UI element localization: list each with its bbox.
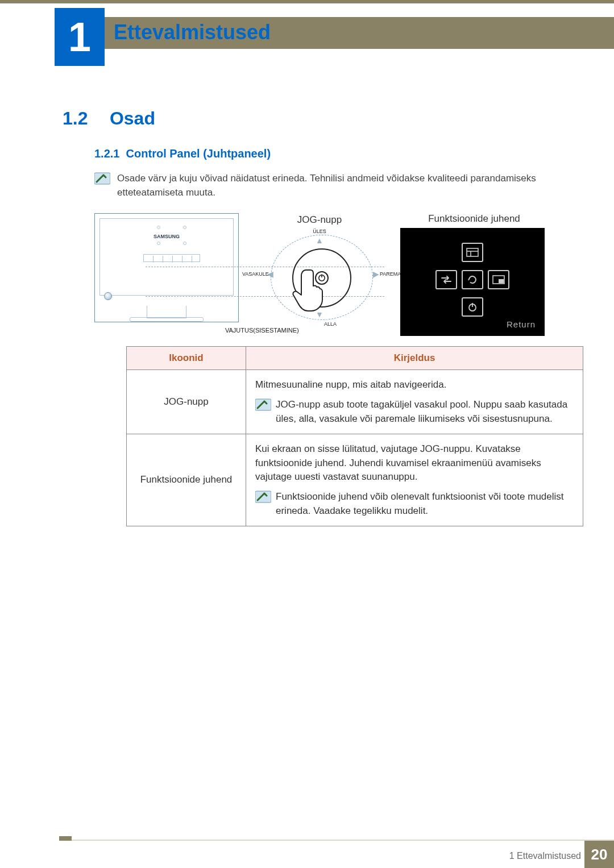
arrow-right-icon: ▶ [373, 269, 379, 279]
osd-refresh-icon [462, 270, 483, 289]
osd-power-icon [462, 297, 483, 317]
note-icon [94, 172, 110, 188]
dir-down-label: ALLA [324, 321, 337, 327]
lead-note: Osade värv ja kuju võivad näidatust erin… [94, 172, 551, 200]
top-accent-bar [0, 0, 614, 3]
subsection-heading: 1.2.1 Control Panel (Juhtpaneel) [94, 147, 551, 160]
jog-label: JOG-nupp [297, 214, 342, 226]
description-table-wrap: Ikoonid Kirjeldus JOG-nupp Mitmesuunalin… [94, 346, 551, 526]
finger-icon [291, 268, 325, 312]
chapter-number-tab: 1 [55, 8, 105, 66]
row-icon-label: JOG-nupp [127, 370, 246, 434]
table-row: Funktsioonide juhend Kui ekraan on sisse… [127, 434, 583, 526]
figure-row: SAMSUNG JOG-nupp ÜLES ▲ [94, 213, 551, 336]
dir-left-label: VASAKULE [242, 271, 269, 277]
osd-screen: Return [400, 228, 545, 336]
row-desc-note: JOG-nupp asub toote tagaküljel vasakul p… [276, 398, 574, 426]
vesa-hole-icon [183, 242, 186, 245]
power-led-icon [104, 292, 112, 300]
brand-label: SAMSUNG [154, 234, 180, 239]
osd-panel: Funktsioonide juhend [400, 213, 548, 336]
chapter-title: Ettevalmistused [114, 20, 271, 44]
footer-caption: 1 Ettevalmistused [509, 851, 581, 861]
svg-rect-7 [499, 279, 504, 283]
section-heading: 1.2 Osad [63, 108, 551, 129]
osd-source-icon [435, 270, 457, 289]
vesa-hole-icon [157, 226, 160, 229]
osd-return-label: Return [507, 319, 536, 329]
lead-note-text: Osade värv ja kuju võivad näidatust erin… [117, 172, 551, 200]
vesa-hole-icon [157, 242, 160, 245]
footer-accent [59, 836, 72, 841]
vesa-hole-icon [183, 226, 186, 229]
subsection-title: Control Panel (Juhtpaneel) [126, 147, 271, 160]
svg-rect-3 [467, 248, 478, 256]
press-label: VAJUTUS(SISESTAMINE) [225, 327, 299, 334]
osd-caption: Funktsioonide juhend [400, 213, 548, 225]
row-desc-note: Funktsioonide juhend võib olenevalt funk… [276, 490, 574, 518]
th-icons: Ikoonid [127, 347, 246, 370]
monitor-back: SAMSUNG [99, 218, 234, 296]
row-icon-label: Funktsioonide juhend [127, 434, 246, 526]
monitor-base [130, 317, 204, 322]
footer-rule [59, 840, 614, 841]
row-desc-main: Kui ekraan on sisse lülitatud, vajutage … [255, 442, 574, 484]
description-table: Ikoonid Kirjeldus JOG-nupp Mitmesuunalin… [126, 346, 583, 526]
row-desc: Kui ekraan on sisse lülitatud, vajutage … [246, 434, 583, 526]
table-row: JOG-nupp Mitmesuunaline nupp, mis aitab … [127, 370, 583, 434]
osd-pip-icon [488, 270, 509, 289]
row-desc: Mitmesuunaline nupp, mis aitab navigeeri… [246, 370, 583, 434]
subsection-number: 1.2.1 [94, 147, 119, 160]
osd-menu-icon [462, 243, 483, 262]
row-desc-main: Mitmesuunaline nupp, mis aitab navigeeri… [255, 378, 574, 392]
arrow-down-icon: ▼ [316, 310, 323, 319]
section-number: 1.2 [63, 108, 105, 129]
page: 1 Ettevalmistused 1.2 Osad 1.2.1 Control… [0, 0, 614, 868]
th-desc: Kirjeldus [246, 347, 583, 370]
dir-up-label: ÜLES [313, 229, 326, 234]
page-footer: 1 Ettevalmistused 20 [0, 841, 614, 868]
note-icon [255, 398, 271, 416]
footer-page-number: 20 [584, 841, 614, 868]
monitor-stand [147, 306, 186, 318]
port-row [143, 254, 200, 262]
note-icon [255, 490, 271, 508]
section-body: 1.2 Osad 1.2.1 Control Panel (Juhtpaneel… [63, 108, 551, 526]
monitor-diagram: SAMSUNG [94, 213, 239, 322]
section-title: Osad [110, 108, 155, 128]
